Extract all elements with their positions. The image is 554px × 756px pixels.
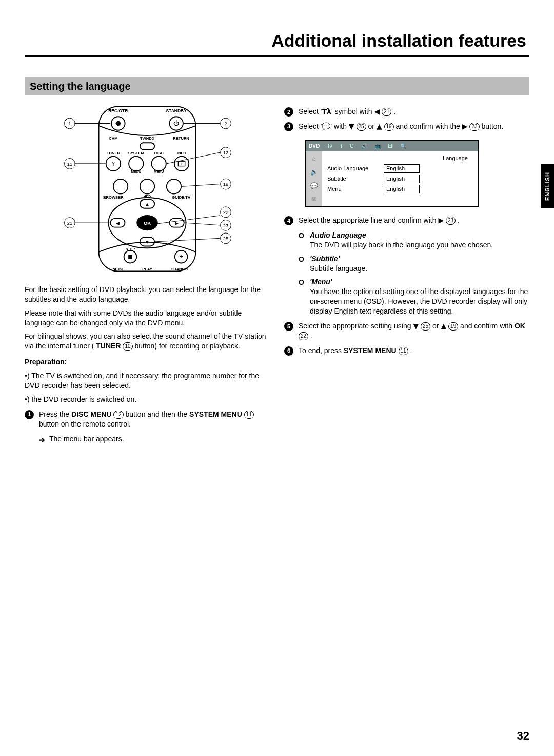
ref-19: 19 bbox=[448, 322, 458, 331]
label-play: PLAY bbox=[142, 267, 152, 272]
label-channel: CHANNEL bbox=[171, 267, 190, 272]
svg-text:25: 25 bbox=[223, 236, 229, 241]
section-heading: Setting the language bbox=[25, 77, 529, 95]
bullet-icon: O bbox=[299, 255, 304, 264]
bullet-icon: O bbox=[299, 278, 304, 287]
ref-10: 10 bbox=[123, 342, 132, 351]
svg-text:23: 23 bbox=[223, 223, 229, 228]
osd-tab: C bbox=[350, 143, 353, 150]
label-tvhdd: TV/HDD bbox=[140, 136, 155, 141]
speech-icon: 💬 bbox=[322, 122, 330, 130]
ref-11: 11 bbox=[399, 347, 408, 355]
ref-23: 23 bbox=[469, 123, 479, 131]
page-number: 32 bbox=[517, 729, 529, 743]
svg-text:22: 22 bbox=[223, 209, 229, 215]
step-3: 3 Select '💬' with ▼ 25 or ▲ 19 and confi… bbox=[284, 122, 529, 131]
osd-tab: 🔊 bbox=[361, 143, 367, 150]
prep-item-2: •) the DVD recorder is switched on. bbox=[25, 395, 270, 404]
svg-text:▼: ▼ bbox=[145, 239, 149, 245]
label-ok: OK bbox=[144, 220, 151, 226]
down-arrow-icon: ▼ bbox=[413, 322, 419, 330]
osd-row-value: English bbox=[384, 185, 420, 193]
step-1: 1 Press the DISC MENU 12 button and then… bbox=[25, 410, 270, 429]
intro-p2: Please note that with some DVDs the audi… bbox=[25, 308, 270, 328]
osd-tab: 🔍 bbox=[400, 143, 406, 150]
step-number-icon: 3 bbox=[284, 122, 293, 131]
toolbar-icon: Tλ bbox=[322, 107, 331, 115]
svg-text:19: 19 bbox=[223, 181, 229, 187]
step-1-result: ➔ The menu bar appears. bbox=[25, 434, 270, 444]
label-tuner: TUNER bbox=[107, 151, 121, 156]
bullet-icon: O bbox=[299, 231, 304, 241]
label-system: SYSTEM bbox=[128, 151, 144, 156]
left-arrow-icon: ◀ bbox=[374, 107, 380, 115]
label-standby: STANDBY bbox=[166, 108, 187, 113]
svg-line-51 bbox=[185, 223, 220, 225]
label-guide: GUIDE/TV bbox=[172, 195, 190, 200]
ref-23: 23 bbox=[446, 217, 456, 225]
svg-text:Y: Y bbox=[111, 161, 115, 167]
right-arrow-icon: ▶ bbox=[438, 216, 444, 224]
language-tab: ENGLISH bbox=[541, 164, 554, 208]
svg-point-9 bbox=[152, 157, 166, 171]
svg-text:2: 2 bbox=[224, 121, 227, 126]
label-menu2: MENU bbox=[154, 170, 164, 173]
ref-25: 25 bbox=[357, 123, 366, 131]
step-5: 5 Select the appropriate setting using ▼… bbox=[284, 321, 529, 341]
svg-line-42 bbox=[167, 152, 220, 164]
svg-point-13 bbox=[113, 179, 128, 193]
option-subtitle: O 'Subtitle' Subtitle language. bbox=[299, 254, 529, 274]
svg-text:◀: ◀ bbox=[116, 220, 120, 226]
prep-item-1: •) The TV is switched on, and if necessa… bbox=[25, 371, 270, 391]
osd-row-value: English bbox=[384, 164, 420, 173]
osd-side-icon: 💬 bbox=[310, 182, 318, 190]
right-arrow-icon: ▶ bbox=[462, 122, 468, 130]
osd-screenshot: DVD Tλ T C 🔊 📺 🎞 🔍 ⌂ 🔈 💬 ✉ bbox=[305, 140, 479, 207]
osd-row-label: Audio Language bbox=[327, 165, 384, 172]
step-6: 6 To end, press SYSTEM MENU 11 . bbox=[284, 346, 529, 356]
ref-11: 11 bbox=[244, 411, 254, 419]
label-disc: DISC bbox=[154, 151, 164, 156]
label-menu1: MENU bbox=[131, 170, 142, 173]
label-recotr: REC/OTR bbox=[108, 108, 128, 113]
osd-tab: 🎞 bbox=[388, 143, 393, 150]
osd-side-icon: 🔈 bbox=[310, 168, 318, 176]
ref-22: 22 bbox=[299, 332, 308, 340]
step-2: 2 Select 'Tλ' symbol with ◀ 21 . bbox=[284, 107, 529, 117]
osd-side-icon: ✉ bbox=[311, 195, 316, 203]
osd-tab: Tλ bbox=[327, 143, 332, 150]
step-number-icon: 2 bbox=[284, 107, 293, 117]
label-info: INFO bbox=[177, 151, 186, 156]
svg-text:11: 11 bbox=[67, 161, 73, 167]
osd-side-icon: ⌂ bbox=[312, 154, 315, 163]
osd-hint: DVD bbox=[309, 143, 320, 150]
remote-diagram: REC/OTR ⏻ STANDBY CAM TV/HDD RETURN Y TU… bbox=[25, 102, 270, 279]
label-cam: CAM bbox=[109, 136, 117, 141]
svg-text:21: 21 bbox=[67, 220, 73, 226]
svg-text:i: i bbox=[181, 162, 182, 166]
option-audio-language: O Audio Language The DVD will play back … bbox=[299, 230, 529, 250]
intro-p3: For bilingual shows, you can also select… bbox=[25, 332, 270, 351]
svg-point-2 bbox=[116, 121, 121, 126]
osd-heading: Language bbox=[327, 154, 473, 162]
up-arrow-icon: ▲ bbox=[441, 322, 446, 330]
title-rule bbox=[25, 55, 529, 57]
step-number-icon: 1 bbox=[25, 410, 34, 419]
svg-rect-27 bbox=[128, 255, 132, 259]
osd-row-label: Menu bbox=[327, 185, 384, 193]
intro-p1: For the basic setting of DVD playback, y… bbox=[25, 285, 270, 304]
svg-text:▲: ▲ bbox=[145, 201, 149, 207]
label-pause: PAUSE bbox=[112, 267, 125, 272]
ref-21: 21 bbox=[382, 108, 391, 116]
step-number-icon: 5 bbox=[284, 322, 293, 331]
ref-19: 19 bbox=[384, 123, 394, 131]
osd-row-value: English bbox=[384, 175, 420, 183]
down-arrow-icon: ▼ bbox=[349, 122, 354, 130]
svg-line-48 bbox=[157, 216, 220, 224]
osd-tab: T bbox=[340, 143, 343, 150]
page-title: Additional installation features bbox=[25, 31, 529, 51]
preparation-heading: Preparation: bbox=[25, 357, 270, 367]
svg-rect-5 bbox=[140, 143, 154, 149]
step-4: 4 Select the appropriate line and confir… bbox=[284, 216, 529, 225]
result-arrow-icon: ➔ bbox=[39, 435, 45, 445]
